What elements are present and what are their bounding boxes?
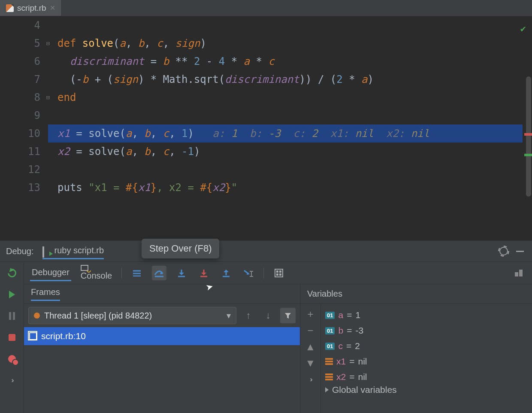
force-step-into-button[interactable] <box>196 266 211 280</box>
filter-frames-button[interactable] <box>280 308 296 323</box>
prev-frame-button[interactable]: ↑ <box>241 308 256 323</box>
calculator-icon <box>275 269 283 277</box>
int-badge-icon: 01 <box>325 312 335 319</box>
move-up-button[interactable]: ▲ <box>304 341 317 353</box>
variable-row[interactable]: 01 c = 2 <box>325 338 528 354</box>
resume-button[interactable] <box>6 288 18 301</box>
minus-icon <box>516 251 524 252</box>
settings-button[interactable] <box>498 245 510 257</box>
editor-tabs: script.rb ✕ <box>0 0 532 16</box>
inline-values: a: 1 b: -3 c: 2 x1: nil x2: nil <box>206 128 429 140</box>
int-badge-icon: 01 <box>325 327 335 334</box>
code-area[interactable]: def solve(a, b, c, sign) discriminant = … <box>48 16 532 240</box>
debug-title: Debug: <box>6 246 34 256</box>
tab-debugger[interactable]: Debugger <box>30 265 71 281</box>
thread-status-icon <box>34 313 40 319</box>
view-breakpoints-button[interactable] <box>6 353 18 365</box>
tab-filename: script.rb <box>17 3 46 13</box>
layout-icon <box>515 270 523 276</box>
stop-icon <box>9 334 15 341</box>
global-variables-row[interactable]: Global variables <box>325 385 528 395</box>
step-over-button[interactable] <box>152 266 166 280</box>
layout-button[interactable] <box>511 266 526 280</box>
editor-scrollbar[interactable] <box>524 16 532 240</box>
variables-list[interactable]: 01 a = 1 01 b = -3 01 c = 2 x1 = nil x2 … <box>321 304 532 398</box>
rerun-button[interactable] <box>6 267 18 279</box>
run-to-cursor-button[interactable] <box>241 266 256 280</box>
evaluate-expression-button[interactable] <box>272 266 286 280</box>
debug-left-toolbar: ›› <box>0 262 24 413</box>
close-icon[interactable]: ✕ <box>50 4 55 12</box>
tooltip: Step Over (F8) <box>142 239 219 258</box>
scroll-mark <box>524 154 532 156</box>
run-config-icon <box>42 247 51 254</box>
show-execution-point-button[interactable] <box>130 266 144 280</box>
stop-button[interactable] <box>6 331 18 343</box>
stackframe-icon <box>29 332 37 340</box>
hide-button[interactable] <box>514 245 526 257</box>
scroll-thumb[interactable] <box>526 76 531 197</box>
pause-button[interactable] <box>6 310 18 322</box>
more-vars-button[interactable]: ›› <box>304 374 317 386</box>
gutter[interactable]: 4 5⊟ 6 7 8⊟ 9 10 11 12 13 <box>0 16 48 240</box>
variable-row[interactable]: 01 a = 1 <box>325 307 528 323</box>
int-badge-icon: 01 <box>325 343 335 350</box>
debug-tabs: Debugger Console ➤ <box>24 262 532 284</box>
ruby-file-icon <box>6 4 14 12</box>
chevron-down-icon: ▾ <box>227 310 231 321</box>
frames-panel: Frames Thread 1 [sleep] (pid 84822) ▾ ↑ … <box>24 284 300 413</box>
variables-header: Variables <box>300 284 532 304</box>
nil-badge-icon <box>325 374 333 380</box>
expand-icon <box>325 387 329 392</box>
pause-icon <box>9 312 15 320</box>
variable-row[interactable]: x2 = nil <box>325 369 528 385</box>
variable-row[interactable]: 01 b = -3 <box>325 323 528 338</box>
frame-list[interactable]: script.rb:10 <box>24 327 300 413</box>
step-into-button[interactable] <box>174 266 189 280</box>
play-icon <box>9 291 15 298</box>
console-icon <box>81 265 112 271</box>
frame-row[interactable]: script.rb:10 <box>24 327 300 345</box>
variable-row[interactable]: x1 = nil <box>325 354 528 369</box>
inspection-ok-icon[interactable]: ✔ <box>520 20 526 38</box>
frames-header: Frames <box>24 284 300 304</box>
remove-watch-button[interactable]: − <box>304 325 317 337</box>
code-editor[interactable]: ✔ 4 5⊟ 6 7 8⊟ 9 10 11 12 13 def solve(a,… <box>0 16 532 240</box>
restart-icon <box>6 267 18 279</box>
more-button[interactable]: ›› <box>6 374 18 386</box>
debug-toolwindow: ›› Debugger Console ➤ <box>0 262 532 413</box>
chevrons-icon: ›› <box>11 377 12 384</box>
add-watch-button[interactable]: + <box>304 308 317 320</box>
debug-toolwindow-header: Debug: ruby script.rb <box>0 240 532 262</box>
variables-panel: Variables + − ▲ ▼ ›› 01 a = 1 01 b = -3 … <box>300 284 532 413</box>
thread-label: Thread 1 [sleep] (pid 84822) <box>44 311 152 321</box>
file-tab[interactable]: script.rb ✕ <box>0 0 62 16</box>
nil-badge-icon <box>325 358 333 365</box>
breakpoints-icon <box>8 355 16 363</box>
next-frame-button[interactable]: ↓ <box>260 308 276 323</box>
gear-icon <box>499 247 508 255</box>
debug-session-tab[interactable]: ruby script.rb <box>42 243 104 259</box>
frame-label: script.rb:10 <box>41 331 86 341</box>
step-out-button[interactable] <box>219 266 233 280</box>
thread-selector[interactable]: Thread 1 [sleep] (pid 84822) ▾ <box>28 307 236 324</box>
move-down-button[interactable]: ▼ <box>304 357 317 369</box>
tab-console[interactable]: Console <box>79 262 114 283</box>
scroll-mark <box>524 133 532 136</box>
variables-toolbar: + − ▲ ▼ ›› <box>300 304 321 413</box>
